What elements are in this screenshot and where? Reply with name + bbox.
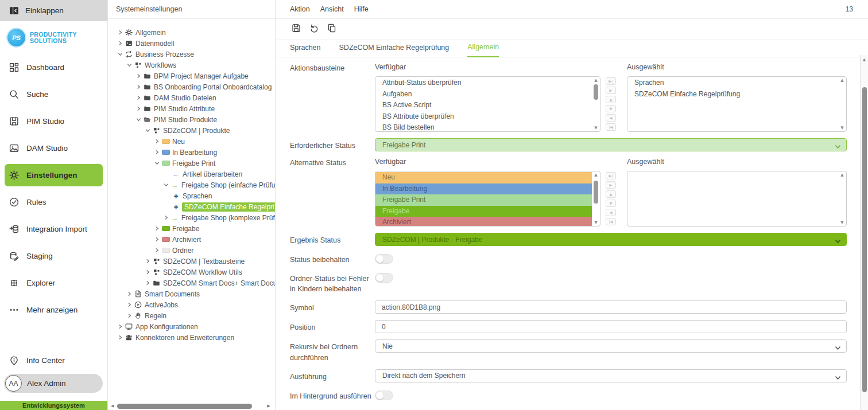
scrollbar-thumb[interactable] bbox=[594, 181, 598, 204]
chevron-right-icon[interactable] bbox=[162, 215, 170, 220]
undo-button[interactable] bbox=[309, 24, 319, 34]
chevron-down-icon[interactable] bbox=[125, 63, 133, 68]
tree-item[interactable]: SDZeCOM | Textbausteine bbox=[108, 256, 275, 267]
collapse-sidebar-button[interactable]: Einklappen bbox=[0, 0, 107, 21]
sidebar-item-pim-studio[interactable]: PIM Studio bbox=[0, 108, 107, 135]
ausfuehrung-select[interactable]: Direkt nach dem Speichern bbox=[375, 369, 847, 382]
chevron-right-icon[interactable] bbox=[134, 106, 142, 111]
page-vertical-scrollbar[interactable]: ▲ bbox=[860, 55, 868, 410]
scroll-right-arrow[interactable]: ▶ bbox=[265, 404, 272, 408]
chevron-right-icon[interactable] bbox=[153, 237, 161, 242]
list-item[interactable]: BS Active Script bbox=[375, 100, 592, 111]
listbox-scrollbar[interactable]: ▲ ▼ bbox=[592, 77, 600, 131]
chevron-right-icon[interactable] bbox=[134, 84, 142, 89]
alternative-status-available-list[interactable]: NeuIn BearbeitungFreigabe PrintFreigabeA… bbox=[375, 171, 600, 227]
sidebar-item-rules[interactable]: Rules bbox=[0, 189, 107, 216]
menu-aktion[interactable]: Aktion bbox=[290, 5, 310, 13]
ordner-status-toggle[interactable] bbox=[375, 273, 393, 283]
tree-item[interactable]: →Freigabe Shop (komplexe Prüfung) bbox=[108, 212, 275, 223]
copy-button[interactable] bbox=[327, 24, 337, 34]
sidebar-item-explorer[interactable]: Explorer bbox=[0, 270, 107, 296]
sidebar-item-mehr-anzeigen[interactable]: Mehr anzeigen bbox=[0, 296, 107, 323]
user-menu[interactable]: AA Alex Admin bbox=[4, 374, 103, 393]
status-list-item[interactable]: Freigabe Print bbox=[375, 194, 592, 206]
tree-item[interactable]: SDZeCOM Workflow Utils bbox=[108, 267, 275, 278]
chevron-right-icon[interactable] bbox=[153, 226, 161, 231]
tab-allgemein[interactable]: Allgemein bbox=[467, 43, 499, 57]
chevron-down-icon[interactable] bbox=[134, 117, 142, 122]
move-up-button[interactable]: ▲ bbox=[606, 96, 616, 103]
sidebar-item-dashboard[interactable]: Dashboard bbox=[0, 54, 107, 81]
sidebar-item-einstellungen[interactable]: Einstellungen bbox=[5, 164, 103, 186]
tab-sprachen[interactable]: Sprachen bbox=[290, 44, 321, 57]
hscroll-track[interactable] bbox=[116, 404, 265, 409]
chevron-right-icon[interactable] bbox=[153, 139, 161, 144]
ergebnis-status-select[interactable]: SDZeCOM | Produkte - Freigabe bbox=[375, 233, 847, 246]
chevron-right-icon[interactable] bbox=[134, 95, 142, 100]
move-all-right-button[interactable]: ▶| bbox=[606, 172, 616, 179]
save-button[interactable] bbox=[291, 24, 301, 34]
tree-item[interactable]: ActiveJobs bbox=[108, 299, 275, 310]
sidebar-item-suche[interactable]: Suche bbox=[0, 81, 107, 108]
tree-horizontal-scrollbar[interactable]: ◀ ▶ bbox=[109, 403, 272, 409]
move-right-button[interactable]: ▶ bbox=[606, 181, 616, 189]
scroll-up-arrow[interactable]: ▲ bbox=[592, 173, 600, 177]
move-up-button[interactable]: ▲ bbox=[606, 190, 616, 198]
tree-item[interactable]: BPM Project Manager Aufgabe bbox=[108, 71, 275, 81]
chevron-right-icon[interactable] bbox=[116, 324, 124, 329]
move-left-button[interactable]: ◀ bbox=[606, 209, 616, 216]
chevron-right-icon[interactable] bbox=[144, 259, 152, 264]
aktionsbausteine-available-list[interactable]: Attribut-Status überprüfenAufgabenBS Act… bbox=[375, 76, 600, 132]
sidebar-item-dam-studio[interactable]: DAM Studio bbox=[0, 135, 107, 162]
chevron-right-icon[interactable] bbox=[144, 280, 152, 286]
hscroll-thumb[interactable] bbox=[117, 404, 252, 409]
tree-item[interactable]: Freigabe Print bbox=[108, 158, 275, 169]
list-item[interactable]: Attribut-Status überprüfen bbox=[375, 77, 592, 89]
vscroll-thumb[interactable] bbox=[862, 87, 867, 392]
sidebar-item-integration-import[interactable]: Integration Import bbox=[0, 216, 107, 243]
list-item[interactable]: BS Attribute überprüfen bbox=[375, 111, 592, 123]
tree-item[interactable]: Konnektoren und Erweiterungen bbox=[108, 332, 275, 343]
chevron-right-icon[interactable] bbox=[153, 150, 161, 155]
chevron-down-icon[interactable] bbox=[162, 182, 170, 188]
tree-item[interactable]: DAM Studio Dateien bbox=[108, 92, 275, 103]
symbol-input[interactable] bbox=[375, 300, 847, 314]
chevron-right-icon[interactable] bbox=[144, 270, 152, 275]
scroll-up-arrow[interactable]: ▲ bbox=[838, 173, 846, 177]
tree-item[interactable]: Freigabe bbox=[108, 223, 275, 234]
move-down-button[interactable]: ▼ bbox=[606, 105, 616, 112]
status-beibehalten-toggle[interactable] bbox=[375, 254, 393, 264]
menu-hilfe[interactable]: Hilfe bbox=[354, 5, 369, 13]
tree-item[interactable]: BS Onboarding Portal Onboardcatalog bbox=[108, 81, 275, 92]
scroll-up-arrow[interactable]: ▲ bbox=[838, 78, 846, 83]
tree-item[interactable]: Ordner bbox=[108, 245, 275, 256]
chevron-down-icon[interactable] bbox=[144, 128, 152, 133]
listbox-scrollbar[interactable]: ▲ ▼ bbox=[838, 171, 846, 226]
scroll-down-arrow[interactable]: ▼ bbox=[592, 126, 600, 130]
sidebar-item-info-center[interactable]: Info Center bbox=[0, 350, 107, 370]
move-left-button[interactable]: ◀ bbox=[606, 114, 616, 122]
list-item[interactable]: SDZeCOM Einfache Regelprüfung bbox=[627, 89, 838, 100]
im-hintergrund-toggle[interactable] bbox=[375, 391, 393, 400]
tree-item[interactable]: +SDZeCOM Einfache Regelprüfung bbox=[108, 201, 275, 212]
move-all-left-button[interactable]: |◀ bbox=[606, 218, 616, 225]
move-right-button[interactable]: ▶ bbox=[606, 87, 616, 94]
tree-item[interactable]: In Bearbeitung bbox=[108, 147, 275, 158]
chevron-right-icon[interactable] bbox=[125, 291, 133, 296]
status-list-item[interactable]: Archiviert bbox=[375, 217, 592, 227]
alternative-status-selected-list[interactable]: ▲ ▼ bbox=[627, 171, 847, 227]
list-item[interactable]: Sprachen bbox=[627, 77, 838, 89]
rekursiv-select[interactable]: Nie bbox=[375, 339, 847, 353]
chevron-right-icon[interactable] bbox=[153, 248, 161, 253]
status-list-item[interactable]: In Bearbeitung bbox=[375, 183, 592, 195]
move-all-right-button[interactable]: ▶| bbox=[606, 77, 616, 85]
tree-item[interactable]: Workflows bbox=[108, 60, 275, 71]
tree-item[interactable]: Regeln bbox=[108, 310, 275, 321]
scroll-down-arrow[interactable]: ▼ bbox=[838, 220, 846, 225]
scroll-down-arrow[interactable]: ▼ bbox=[592, 220, 600, 225]
chevron-right-icon[interactable] bbox=[125, 313, 133, 318]
tree-item[interactable]: PIM Studio Produkte bbox=[108, 114, 275, 125]
aktionsbausteine-selected-list[interactable]: SprachenSDZeCOM Einfache Regelprüfung ▲ … bbox=[627, 76, 847, 132]
scroll-up-arrow[interactable]: ▲ bbox=[592, 78, 600, 83]
tree-item[interactable]: PIM Studio Attribute bbox=[108, 103, 275, 114]
